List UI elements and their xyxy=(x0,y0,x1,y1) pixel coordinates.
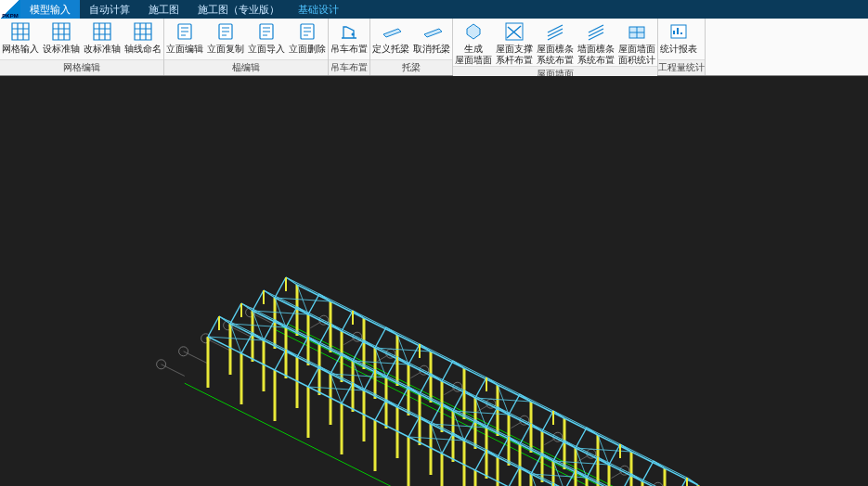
svg-line-246 xyxy=(576,428,587,448)
ribbon-btn-1-3[interactable]: 立面删除 xyxy=(287,19,328,59)
ribbon-btn-1-1[interactable]: 立面复制 xyxy=(205,19,246,59)
ribbon-btn-0-2[interactable]: 改标准轴 xyxy=(82,19,123,59)
svg-line-355 xyxy=(531,474,542,486)
ribbon-btn-4-2[interactable]: 屋面檩条系统布置 xyxy=(535,19,576,66)
ribbon-btn-1-2[interactable]: 立面导入 xyxy=(246,19,287,59)
svg-line-321 xyxy=(486,450,520,467)
elev-del-icon xyxy=(297,21,317,42)
menu-0[interactable]: 模型输入 xyxy=(20,0,80,19)
svg-line-286 xyxy=(587,428,620,444)
svg-line-46 xyxy=(162,364,185,377)
ribbon-btn-0-1[interactable]: 设标准轴 xyxy=(41,19,82,59)
viewport-3d[interactable] xyxy=(0,76,868,486)
svg-line-132 xyxy=(509,415,542,431)
grid-edit-icon xyxy=(51,21,71,42)
ribbon-btn-3-0[interactable]: 定义托梁 xyxy=(370,19,411,59)
svg-line-303 xyxy=(308,337,342,353)
svg-line-169 xyxy=(475,470,509,486)
ribbon-btn-label: 立面复制 xyxy=(207,44,244,55)
ribbon-btn-label: 网格输入 xyxy=(2,44,39,55)
menu-2[interactable]: 施工图 xyxy=(139,0,188,19)
svg-line-240 xyxy=(520,424,531,444)
beam-def-icon xyxy=(381,21,401,42)
svg-line-352 xyxy=(308,387,364,390)
svg-point-4 xyxy=(352,33,355,36)
svg-line-224 xyxy=(453,390,464,411)
svg-line-130 xyxy=(442,381,475,398)
svg-line-278 xyxy=(319,294,353,311)
ribbon-btn-3-1[interactable]: 取消托梁 xyxy=(411,19,452,59)
ribbon-btn-label: 墙面檩条 xyxy=(577,44,615,55)
menu-1[interactable]: 自动计算 xyxy=(80,0,139,19)
ribbon-btn-label: 取消托梁 xyxy=(413,44,450,55)
ribbon-group-label: 工程量统计 xyxy=(658,59,705,75)
ribbon-btn-4-1[interactable]: 屋面支撑系杆布置 xyxy=(494,19,535,66)
svg-line-350 xyxy=(208,337,264,340)
ribbon-btn-label2: 系统布置 xyxy=(537,55,574,66)
svg-line-216 xyxy=(420,374,431,394)
svg-line-142 xyxy=(420,394,453,411)
ribbon-btn-4-3[interactable]: 墙面檩条系统布置 xyxy=(576,19,616,66)
svg-line-242 xyxy=(498,437,509,457)
elev-edit-icon xyxy=(175,21,195,42)
svg-line-114 xyxy=(330,301,364,318)
svg-line-121 xyxy=(564,418,598,435)
svg-line-284 xyxy=(520,394,553,411)
svg-line-154 xyxy=(397,407,431,424)
svg-line-127 xyxy=(342,331,375,348)
svg-line-315 xyxy=(286,350,319,366)
svg-line-138 xyxy=(286,327,319,344)
svg-line-194 xyxy=(297,337,308,357)
ribbon-btn-0-3[interactable]: 轴线命名 xyxy=(123,19,163,59)
svg-line-208 xyxy=(386,357,397,377)
svg-line-162 xyxy=(241,353,275,370)
svg-line-252 xyxy=(509,467,520,486)
ribbon-btn-label: 改标准轴 xyxy=(84,44,121,55)
svg-line-302 xyxy=(275,320,308,337)
menu-4[interactable]: 基础设计 xyxy=(289,0,348,19)
ribbon-group-1: 立面编辑立面复制立面导入立面删除榀编辑 xyxy=(164,19,329,75)
svg-line-204 xyxy=(308,366,319,387)
svg-line-151 xyxy=(297,357,330,374)
gen-icon xyxy=(463,21,484,42)
svg-line-236 xyxy=(442,433,453,454)
ribbon-btn-label: 屋面墙面 xyxy=(618,44,655,55)
svg-line-180 xyxy=(208,316,219,337)
svg-line-126 xyxy=(308,314,342,331)
ribbon-toolbar: 网格输入设标准轴改标准轴轴线命名网格编辑立面编辑立面复制立面导入立面删除榀编辑吊… xyxy=(0,19,868,76)
purlin-w-icon xyxy=(586,21,606,42)
ribbon-btn-0-0[interactable]: 网格输入 xyxy=(0,19,41,59)
svg-line-258 xyxy=(564,470,576,486)
svg-line-115 xyxy=(364,318,397,335)
svg-line-145 xyxy=(520,444,553,461)
ribbon-group-3: 定义托梁取消托梁托梁 xyxy=(370,19,453,75)
menu-3[interactable]: 施工图（专业版） xyxy=(188,0,289,19)
svg-line-281 xyxy=(420,344,453,361)
ribbon-group-label: 榀编辑 xyxy=(164,59,328,75)
grid-mod-icon xyxy=(92,21,112,42)
svg-line-166 xyxy=(375,420,408,437)
ribbon-group-label: 网格编辑 xyxy=(0,59,163,75)
svg-line-124 xyxy=(665,468,698,485)
svg-line-296 xyxy=(498,407,531,424)
elev-copy-icon xyxy=(215,21,236,42)
svg-line-248 xyxy=(553,441,564,461)
ribbon-btn-5-0[interactable]: 统计报表 xyxy=(658,19,699,59)
svg-line-291 xyxy=(330,324,364,340)
svg-line-117 xyxy=(431,352,464,368)
ribbon-btn-1-0[interactable]: 立面编辑 xyxy=(164,19,205,59)
ribbon-btn-4-0[interactable]: 生成屋面墙面 xyxy=(453,19,494,66)
ribbon-btn-2-0[interactable]: 吊车布置 xyxy=(329,19,369,59)
svg-line-120 xyxy=(531,402,564,418)
svg-line-133 xyxy=(542,431,576,448)
app-logo: PKPM xyxy=(0,0,20,19)
ribbon-btn-4-4[interactable]: 屋面墙面面积统计 xyxy=(616,19,657,66)
grid-icon xyxy=(10,21,31,42)
ribbon-group-0: 网格输入设标准轴改标准轴轴线命名网格编辑 xyxy=(0,19,164,75)
svg-line-320 xyxy=(453,433,486,450)
svg-line-210 xyxy=(364,370,375,390)
svg-line-168 xyxy=(442,454,475,470)
ribbon-btn-label: 轴线命名 xyxy=(124,44,162,55)
ribbon-group-5: 统计报表工程量统计 xyxy=(658,19,706,75)
svg-line-150 xyxy=(264,340,297,357)
